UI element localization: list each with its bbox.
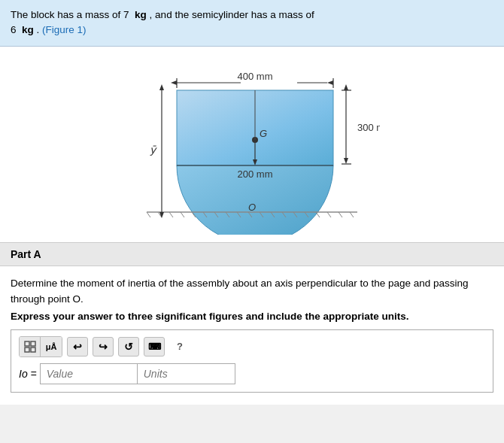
keyboard-icon: ⌨ xyxy=(148,341,161,352)
svg-line-18 xyxy=(181,212,184,217)
svg-line-32 xyxy=(339,212,342,217)
question-area-wrap: Determine the moment of inertia of the a… xyxy=(0,266,504,405)
svg-text:ȳ: ȳ xyxy=(150,144,157,156)
question-text: Determine the moment of inertia of the a… xyxy=(11,275,493,308)
svg-line-31 xyxy=(327,212,331,217)
grid-icon-btn[interactable] xyxy=(20,337,41,357)
svg-text:G: G xyxy=(260,128,267,139)
answer-box: μÅ ↩ ↪ ↺ ⌨ ? xyxy=(11,329,493,393)
svg-line-15 xyxy=(147,212,150,217)
value-input[interactable] xyxy=(40,363,138,384)
question-area: Determine the moment of inertia of the a… xyxy=(0,266,504,393)
svg-text:400 mm: 400 mm xyxy=(238,71,273,82)
problem-text: The block has a mass of 7 kg , and the s… xyxy=(11,9,314,35)
mu-a-btn[interactable]: μÅ xyxy=(41,337,62,357)
io-label: Io = xyxy=(19,368,37,380)
keyboard-btn[interactable]: ⌨ xyxy=(144,337,165,357)
refresh-icon: ↺ xyxy=(124,341,133,353)
svg-marker-3 xyxy=(327,80,333,85)
help-icon: ? xyxy=(177,341,183,352)
svg-rect-49 xyxy=(31,347,35,352)
refresh-btn[interactable]: ↺ xyxy=(118,337,139,357)
svg-line-33 xyxy=(350,212,354,217)
svg-text:300 mm: 300 mm xyxy=(357,122,380,133)
svg-marker-1 xyxy=(171,80,177,85)
format-btn-group: μÅ xyxy=(19,336,62,357)
svg-rect-47 xyxy=(31,341,35,346)
svg-text:200 mm: 200 mm xyxy=(238,168,273,180)
redo-btn[interactable]: ↪ xyxy=(93,337,114,357)
instruction-text: Express your answer to three significant… xyxy=(11,311,493,322)
svg-text:O: O xyxy=(248,202,256,213)
redo-icon: ↪ xyxy=(99,341,108,353)
undo-btn[interactable]: ↩ xyxy=(67,337,88,357)
diagram-area: 400 mm 300 mm xyxy=(0,47,504,242)
svg-marker-36 xyxy=(159,84,164,90)
grid-icon xyxy=(24,341,36,353)
svg-line-17 xyxy=(169,212,173,217)
svg-line-30 xyxy=(316,212,320,217)
svg-marker-9 xyxy=(344,158,348,164)
svg-rect-46 xyxy=(25,341,29,346)
svg-marker-8 xyxy=(344,84,348,90)
toolbar: μÅ ↩ ↪ ↺ ⌨ ? xyxy=(19,336,485,357)
input-row: Io = xyxy=(19,363,485,384)
help-btn[interactable]: ? xyxy=(169,337,190,357)
diagram-svg: 400 mm 300 mm xyxy=(124,62,380,235)
problem-statement: The block has a mass of 7 kg , and the s… xyxy=(0,0,504,47)
undo-icon: ↩ xyxy=(73,341,82,353)
svg-rect-48 xyxy=(25,347,29,352)
part-a-header: Part A xyxy=(0,242,504,266)
units-input[interactable] xyxy=(138,363,235,384)
mu-a-label: μÅ xyxy=(46,342,57,351)
figure-link[interactable]: (Figure 1) xyxy=(42,24,87,35)
part-a-label: Part A xyxy=(11,248,41,260)
